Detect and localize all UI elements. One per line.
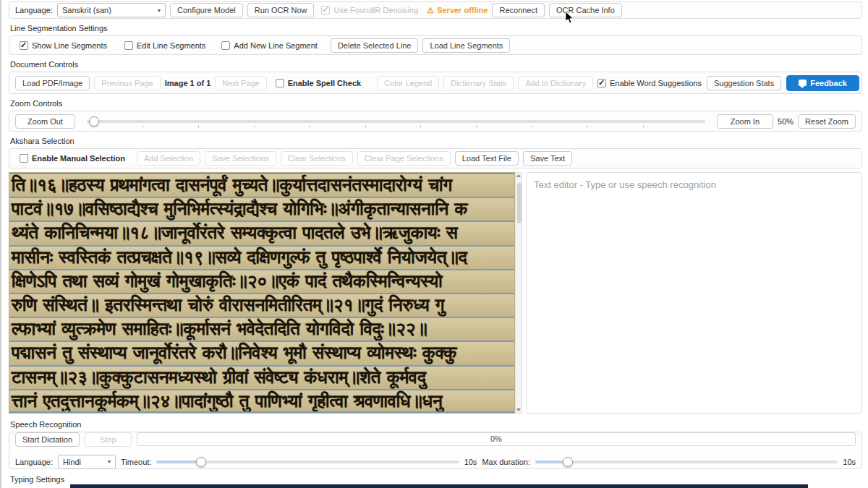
slider-tick — [365, 125, 366, 128]
manuscript-line: ति॥१६॥हठस्य प्रथमांगत्वा दासनंपूर्वं मुच… — [9, 173, 514, 197]
enable-spell-check-label: Enable Spell Check — [288, 79, 361, 87]
manuscript-scrollbar[interactable] — [515, 172, 522, 414]
slider-tick — [254, 125, 255, 128]
akshara-selection-title: Akshara Selection — [10, 137, 868, 145]
reset-zoom-button[interactable]: Reset Zoom — [798, 114, 856, 129]
enable-word-suggestions-label: Enable Word Suggestions — [610, 79, 702, 87]
zoom-slider-track[interactable] — [87, 120, 705, 123]
app-root: Language: Sanskrit (san) ▾ Configure Mod… — [0, 0, 868, 488]
slider-tick — [532, 125, 532, 128]
add-selection-button[interactable]: Add Selection — [137, 151, 200, 166]
zoom-slider[interactable] — [87, 116, 705, 127]
manuscript-line: पाटवं॥१७॥वसिष्ठाद्यैश्च मुनिभिर्मत्स्यंद… — [9, 197, 514, 221]
show-line-segments-checkbox[interactable] — [20, 41, 28, 50]
manuscript-line: त्तानं एतदुत्तानकूर्मकम्॥२४॥पादांगुष्ठौ … — [9, 389, 514, 413]
previous-page-button[interactable]: Previous Page — [94, 76, 161, 90]
edit-line-segments-checkbox[interactable] — [124, 41, 133, 50]
slider-tick — [198, 125, 199, 128]
zoom-controls-title: Zoom Controls — [10, 99, 868, 108]
line-segmentation-panel: Show Line Segments Edit Line Segments Ad… — [9, 35, 862, 55]
max-duration-value: 10s — [843, 458, 856, 466]
slider-tick — [142, 125, 143, 128]
timeout-slider[interactable] — [156, 457, 459, 467]
server-status-text: Server offline — [437, 6, 488, 14]
feedback-button[interactable]: Feedback — [786, 75, 859, 91]
dictionary-stats-button[interactable]: Dictionary Stats — [443, 76, 514, 90]
max-duration-slider-track[interactable] — [535, 461, 838, 463]
delete-selected-line-button[interactable]: Delete Selected Line — [331, 38, 419, 53]
page-info: Image 1 of 1 — [165, 79, 211, 87]
timeout-label: Timeout: — [121, 458, 151, 466]
load-pdf-image-button[interactable]: Load PDF/Image — [15, 76, 90, 90]
configure-model-button[interactable]: Configure Model — [170, 3, 243, 17]
timeout-slider-handle[interactable] — [196, 457, 206, 467]
slider-tick — [420, 125, 421, 128]
language-label: Language: — [15, 6, 53, 14]
feedback-label: Feedback — [810, 79, 847, 87]
scrollbar-thumb[interactable] — [517, 183, 522, 223]
manuscript-line: मासीनः स्वस्तिकं तत्प्रचक्षते॥१९॥सव्ये द… — [9, 245, 514, 269]
reconnect-button[interactable]: Reconnect — [492, 3, 545, 17]
enable-spell-check-checkbox[interactable] — [276, 79, 284, 87]
add-new-line-segment-label: Add New Line Segment — [234, 41, 318, 50]
show-line-segments-label: Show Line Segments — [32, 41, 107, 50]
manuscript-line: थ्यंते कानिचिन्मया॥१८॥जानूर्वोरंतरे सम्य… — [9, 221, 514, 244]
zoom-out-button[interactable]: Zoom Out — [15, 114, 75, 129]
suggestion-stats-button[interactable]: Suggestion Stats — [707, 76, 781, 90]
zoom-slider-handle[interactable] — [89, 116, 99, 127]
document-controls-title: Document Controls — [10, 60, 868, 69]
ocr-cache-info-button[interactable]: OCR Cache Info — [549, 3, 622, 17]
stop-button[interactable]: Stop — [85, 432, 132, 447]
next-page-button[interactable]: Next Page — [215, 76, 266, 90]
chevron-down-icon: ▾ — [158, 7, 161, 14]
chat-bubble-icon — [799, 80, 807, 86]
color-legend-button[interactable]: Color Legend — [377, 76, 439, 90]
save-selections-button[interactable]: Save Selections — [205, 151, 276, 166]
add-new-line-segment-checkbox[interactable] — [221, 41, 230, 50]
max-duration-label: Max duration: — [482, 458, 530, 466]
timeout-value: 10s — [464, 458, 477, 466]
chevron-down-icon: ▾ — [108, 458, 111, 465]
main-area: ति॥१६॥हठस्य प्रथमांगत्वा दासनंपूर्वं मुच… — [9, 172, 862, 414]
run-ocr-button[interactable]: Run OCR Now — [247, 3, 315, 17]
timeout-slider-fill — [156, 461, 199, 463]
language-select[interactable]: Sanskrit (san) ▾ — [57, 3, 166, 17]
save-text-button[interactable]: Save Text — [523, 151, 572, 166]
text-editor[interactable] — [526, 172, 862, 414]
max-duration-slider[interactable] — [535, 457, 838, 467]
slider-tick — [643, 125, 644, 128]
load-line-segments-button[interactable]: Load Line Segments — [422, 38, 510, 53]
max-duration-slider-handle[interactable] — [563, 457, 573, 467]
document-controls-panel: Load PDF/Image Previous Page Image 1 of … — [9, 72, 862, 94]
speech-recognition-title: Speech Recognition — [10, 420, 868, 429]
manuscript-line: पद्मासनं तु संस्थाप्य जानूर्वोरंतरे करौ॥… — [9, 341, 514, 364]
speech-language-value: Hindi — [63, 458, 81, 466]
enable-manual-selection-checkbox[interactable] — [20, 154, 28, 163]
max-duration-slider-fill — [535, 461, 566, 463]
manuscript-line: ल्फाभ्यां व्युत्क्रमेण समाहितः॥कूर्मासनं… — [9, 317, 514, 341]
slider-tick — [587, 125, 588, 128]
enable-manual-selection-label: Enable Manual Selection — [32, 154, 125, 163]
denoise-checkbox[interactable] — [321, 6, 330, 14]
akshara-selection-panel: Enable Manual Selection Add Selection Sa… — [9, 148, 862, 168]
clear-selections-button[interactable]: Clear Selections — [281, 151, 353, 166]
add-to-dictionary-button[interactable]: Add to Dictionary — [518, 76, 593, 90]
load-text-file-button[interactable]: Load Text File — [455, 151, 519, 166]
speech-language-select[interactable]: Hindi ▾ — [58, 455, 116, 469]
slider-tick — [310, 125, 310, 128]
scroll-down-icon[interactable] — [516, 408, 521, 411]
top-toolbar: Language: Sanskrit (san) ▾ Configure Mod… — [9, 1, 862, 19]
zoom-in-button[interactable]: Zoom In — [717, 114, 773, 129]
slider-tick — [476, 125, 477, 128]
enable-word-suggestions-checkbox[interactable] — [597, 79, 606, 87]
clear-page-selections-button[interactable]: Clear Page Selections — [357, 151, 451, 166]
scroll-up-icon[interactable] — [516, 174, 521, 177]
edit-line-segments-label: Edit Line Segments — [137, 41, 205, 50]
speech-recognition-panel: Start Dictation Stop 0% Language: Hindi … — [9, 432, 862, 469]
bottom-dark-bar — [70, 484, 808, 488]
manuscript-line: क्षिणेऽपि तथा सव्यं गोमुखं गोमुखाकृतिः॥२… — [9, 269, 514, 293]
start-dictation-button[interactable]: Start Dictation — [15, 432, 80, 447]
manuscript-line: रुणि संस्थितं॥ इतरस्मिन्तथा चोरुं वीरासन… — [9, 293, 514, 317]
manuscript-image[interactable]: ति॥१६॥हठस्य प्रथमांगत्वा दासनंपूर्वं मुच… — [9, 172, 515, 414]
text-editor-container — [526, 172, 862, 414]
